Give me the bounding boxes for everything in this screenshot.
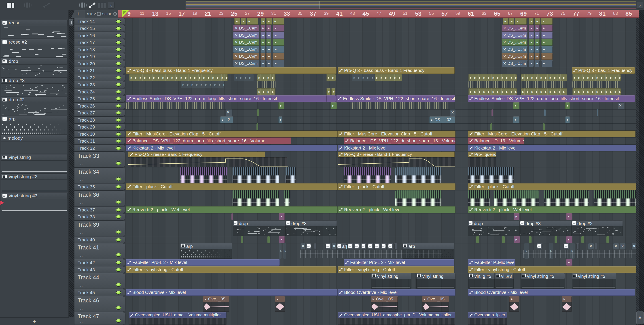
audio-clip[interactable]: ►	[535, 53, 540, 60]
audio-clip[interactable]: ►	[529, 60, 534, 67]
pattern-item-header[interactable]: vinyl string #2	[1, 173, 68, 180]
chevron-clip-strip[interactable]: ►►►►►►►►►►►►►►	[181, 81, 224, 88]
track-mute-led[interactable]	[116, 40, 121, 44]
pattern-clip[interactable]: drop #3	[285, 220, 337, 226]
track-mute-led[interactable]	[116, 146, 121, 150]
pattern-clip-small[interactable]	[388, 243, 393, 249]
automation-clip-body[interactable]	[128, 157, 287, 167]
automation-clip[interactable]: Filter - MusiCore - Elevation Clap - 5 -…	[468, 131, 636, 137]
track-mute-led[interactable]	[116, 291, 121, 295]
audio-clip[interactable]: ►	[273, 60, 284, 67]
clip-sliver[interactable]	[582, 236, 584, 243]
audio-clip[interactable]: ►	[535, 32, 540, 39]
audio-clip[interactable]: ►	[273, 32, 284, 39]
clip-sliver[interactable]	[502, 236, 505, 243]
track-header-track-18[interactable]: Track 18	[74, 46, 126, 53]
muted-audio-clip[interactable]: ✕DS_..C#m	[233, 53, 259, 60]
audio-clip[interactable]: ►Ove.._05	[203, 296, 230, 302]
audio-clip[interactable]: ►	[266, 46, 271, 53]
track-mute-led[interactable]	[116, 76, 121, 80]
track-mute-led[interactable]	[116, 208, 121, 212]
pattern-clip[interactable]: drop	[468, 220, 519, 226]
audio-clip[interactable]: ►	[535, 60, 540, 67]
muted-clip[interactable]: ✕	[613, 243, 619, 249]
audio-clip[interactable]: ►	[509, 18, 514, 24]
pattern-clip-small[interactable]	[325, 243, 331, 249]
track-header-track-30[interactable]: Track 30	[74, 131, 126, 137]
pattern-clip-small[interactable]	[537, 243, 542, 249]
audio-loop-clip[interactable]	[544, 190, 588, 206]
automation-clip[interactable]: Pro-Q 3 - bass buss - Band 1 Frequency	[126, 67, 336, 74]
audio-loop-clip[interactable]	[232, 167, 279, 183]
audio-clip[interactable]: ►	[510, 296, 519, 302]
pattern-clip[interactable]: vinyl string #3	[572, 273, 616, 279]
track-header-track-47[interactable]: Track 47...	[74, 312, 126, 325]
audio-clip[interactable]: ►	[529, 32, 534, 39]
track-mute-led[interactable]	[116, 118, 121, 122]
track-header-track-39[interactable]: Track 39...	[74, 220, 126, 236]
audio-clip[interactable]: ►	[529, 46, 534, 53]
muted-audio-clip[interactable]: ✕DS_..C#m	[502, 25, 528, 31]
audio-clip[interactable]: ►	[260, 25, 266, 31]
audio-clip[interactable]: ►	[272, 18, 284, 24]
automation-clip[interactable]: Endless Smile - DS_VPH_122_drum_loop_fil…	[468, 95, 635, 102]
playlist-automation-icon[interactable]	[88, 2, 96, 8]
audio-clip[interactable]: ►	[541, 18, 552, 24]
muted-clip[interactable]: ✕	[300, 243, 305, 249]
automation-clip[interactable]: Blood Overdrive - Mix level	[338, 289, 456, 296]
chevron-clip-strip[interactable]: ►►►	[326, 74, 336, 81]
sidebar-scroll-handle[interactable]	[69, 19, 73, 25]
pattern-clip-small[interactable]	[381, 243, 386, 249]
track-mute-led[interactable]	[116, 125, 121, 129]
audio-clip[interactable]: ►	[566, 236, 572, 243]
track-header-track-41[interactable]: Track 41...	[74, 243, 126, 259]
pattern-item-header[interactable]: vinyl string	[1, 154, 68, 160]
track-header-track-16[interactable]: Track 16	[74, 32, 126, 39]
pattern-clip[interactable]: drop	[233, 220, 285, 226]
audio-clip[interactable]: ►	[514, 213, 520, 220]
track-mute-led[interactable]	[116, 90, 121, 94]
automation-clip[interactable]: FabFilter Pro-L 2 - Mix level	[344, 259, 454, 266]
audio-clip[interactable]: ►	[535, 46, 540, 53]
automation-clip-body[interactable]	[338, 318, 455, 325]
chevron-clip-strip[interactable]: ►►►►►►►►►►►►►►►	[521, 74, 567, 81]
clip-sliver[interactable]	[597, 109, 598, 116]
audio-clip[interactable]: ►	[535, 18, 540, 24]
chevron-clip-strip[interactable]: ►►►►►►►	[352, 74, 374, 81]
track-header-track-26[interactable]: Track 26	[74, 102, 126, 109]
audio-clip[interactable]: ►Ove.._05	[371, 296, 398, 302]
audio-clip[interactable]: ►	[529, 25, 534, 31]
track-header-track-22[interactable]: Track 22	[74, 74, 126, 81]
automation-clip[interactable]: Blood Overdrive - Mix level	[126, 289, 338, 296]
track-header-track-35[interactable]: Track 35	[74, 183, 126, 190]
track-mute-led[interactable]	[116, 261, 121, 265]
pattern-clip-small[interactable]	[348, 243, 353, 249]
clip-sliver[interactable]	[492, 109, 493, 116]
clip-sliver[interactable]	[490, 123, 492, 130]
automation-clip[interactable]: Pro-Q 3 - bas..1 Frequency	[572, 67, 635, 74]
pattern-clip-small[interactable]	[564, 243, 569, 249]
clip-sliver[interactable]	[268, 236, 270, 243]
audio-clip[interactable]: ►	[529, 53, 534, 60]
pattern-clip-small[interactable]	[306, 243, 311, 249]
muted-audio-clip[interactable]: ✕DS_..C#m	[502, 53, 528, 60]
audio-clip[interactable]: ►	[535, 39, 540, 46]
audio-clip[interactable]: ►	[541, 32, 552, 39]
audio-loop-clip[interactable]	[468, 190, 490, 206]
track-header-track-24[interactable]: Track 24	[74, 88, 126, 95]
audio-loop-clip[interactable]	[344, 167, 391, 183]
audio-clip[interactable]: ►	[266, 18, 272, 24]
muted-audio-clip[interactable]: ✕DS_..C#m	[502, 60, 528, 67]
automation-clip[interactable]: Filter - vinyl string - Cutoff	[338, 266, 454, 273]
chevron-clip-strip[interactable]: ►►►►►►►►►►►►►►►►►►►►►►►►►►►►►►	[129, 74, 228, 81]
track-header-track-34[interactable]: Track 34...	[74, 167, 126, 183]
audio-clip[interactable]: ►	[273, 39, 284, 46]
audio-clip[interactable]: ►	[514, 236, 520, 243]
track-header-track-14[interactable]: Track 14	[74, 18, 126, 25]
track-header-track-32[interactable]: Track 32	[74, 145, 126, 152]
playlist-grid[interactable]: ►►►►►►►►►►►►✕DS_..C#m►►►✕DS_..C#m►►►✕DS_…	[118, 18, 636, 325]
audio-loop-clip[interactable]	[594, 190, 636, 206]
automation-clip[interactable]: Kickstart 2 - Mix level	[468, 145, 636, 151]
track-header-track-31[interactable]: Track 31	[74, 137, 126, 144]
track-header-track-44[interactable]: Track 44...	[74, 273, 126, 289]
